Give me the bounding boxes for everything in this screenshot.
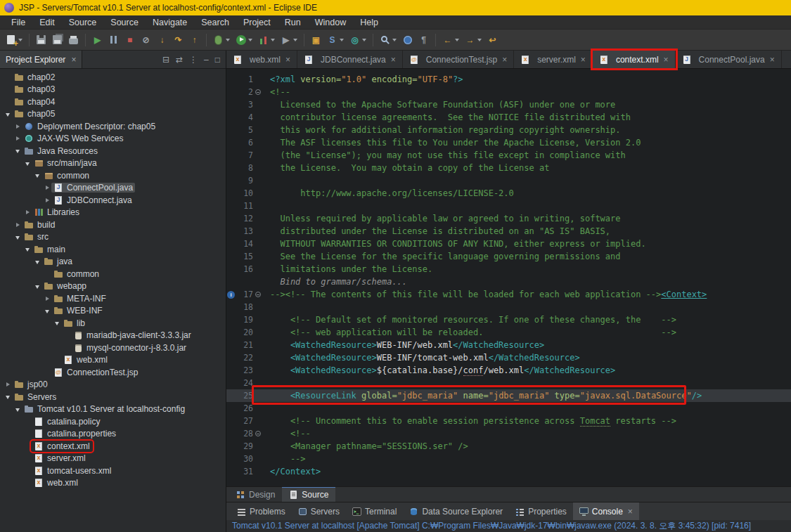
code-text[interactable]: the License. You may obtain a copy of th… bbox=[263, 163, 549, 173]
fold-collapse-icon[interactable] bbox=[255, 89, 261, 95]
close-tab-icon[interactable]: × bbox=[770, 55, 775, 65]
new-java-project-button[interactable]: ▣ bbox=[308, 32, 324, 48]
gutter[interactable]: 3 bbox=[226, 98, 263, 111]
collapse-arrow-icon[interactable] bbox=[24, 243, 32, 255]
resume-button[interactable]: ▶ bbox=[89, 32, 105, 48]
debug-button[interactable] bbox=[210, 32, 233, 48]
gutter[interactable]: 26 bbox=[226, 402, 263, 415]
code-line-31[interactable]: 31</Context> bbox=[226, 465, 791, 478]
code-line-11[interactable]: 11 bbox=[226, 200, 791, 212]
code-line-1[interactable]: 1<?xml version="1.0" encoding="UTF-8"?> bbox=[226, 73, 791, 86]
menu-window[interactable]: Window bbox=[308, 15, 353, 29]
tree-item-web-xml[interactable]: web.xml bbox=[0, 477, 226, 490]
gutter[interactable]: 7 bbox=[226, 149, 263, 162]
code-text[interactable]: Bind to grammar/schema... bbox=[263, 277, 407, 287]
code-text[interactable]: The ASF licenses this file to You under … bbox=[263, 138, 641, 148]
code-line-8[interactable]: 8 the License. You may obtain a copy of … bbox=[226, 162, 791, 174]
collapse-arrow-icon[interactable] bbox=[24, 157, 32, 169]
expand-arrow-icon[interactable] bbox=[14, 133, 22, 145]
code-text[interactable]: http://www.apache.org/licenses/LICENSE-2… bbox=[263, 188, 514, 198]
dropdown-arrow-icon[interactable] bbox=[455, 39, 459, 41]
tree-item-connectiontest-jsp[interactable]: ConnectionTest.jsp bbox=[0, 366, 226, 379]
code-text[interactable]: </Context> bbox=[263, 467, 321, 476]
code-line-14[interactable]: 14 WITHOUT WARRANTIES OR CONDITIONS OF A… bbox=[226, 238, 791, 250]
tree-item-catalina-properties[interactable]: catalina.properties bbox=[0, 428, 226, 441]
tree-item-src[interactable]: src bbox=[0, 231, 226, 244]
run-button[interactable] bbox=[233, 32, 255, 48]
tree-item-main[interactable]: main bbox=[0, 243, 226, 256]
gutter[interactable]: 18 bbox=[226, 301, 263, 313]
tree-item-connectpool-java[interactable]: ConnectPool.java bbox=[0, 182, 226, 195]
code-line-20[interactable]: 20 <!-- web application will be reloaded… bbox=[226, 326, 791, 339]
suspend-button[interactable] bbox=[105, 32, 122, 48]
tree-item-build[interactable]: build bbox=[0, 219, 226, 231]
step-return-button[interactable]: ↑ bbox=[186, 32, 202, 48]
editor-tab-connectpool-java[interactable]: ConnectPool.java× bbox=[676, 51, 782, 68]
last-edit-location-button[interactable]: ↩ bbox=[484, 32, 501, 48]
code-line-18[interactable]: 18 bbox=[226, 301, 791, 313]
code-line-17[interactable]: i17--><!-- The contents of this file wil… bbox=[226, 288, 791, 301]
info-marker-icon[interactable]: i bbox=[227, 291, 235, 299]
code-text[interactable]: <Manager pathname="SESSIONS.ser" /> bbox=[263, 441, 468, 451]
editor-tab-web-xml[interactable]: web.xml× bbox=[226, 51, 297, 68]
code-line-7[interactable]: 7 (the "License"); you may not use this … bbox=[226, 149, 791, 162]
code-line-28[interactable]: 28 <!-- bbox=[226, 427, 791, 440]
code-text[interactable]: WITHOUT WARRANTIES OR CONDITIONS OF ANY … bbox=[263, 239, 646, 249]
gutter[interactable]: 4 bbox=[226, 111, 263, 124]
tree-item-tomcat-v10-1-server-at-localhost-config[interactable]: Tomcat v10.1 Server at localhost-config bbox=[0, 403, 226, 416]
dropdown-arrow-icon[interactable] bbox=[362, 39, 366, 41]
tree-item-catalina-policy[interactable]: catalina.policy bbox=[0, 415, 226, 428]
create-servlet-button[interactable]: S bbox=[324, 32, 347, 48]
code-line-10[interactable]: 10 http://www.apache.org/licenses/LICENS… bbox=[226, 187, 791, 200]
tree-item-jsp00[interactable]: jsp00 bbox=[0, 379, 226, 391]
code-editor[interactable]: 1<?xml version="1.0" encoding="UTF-8"?>2… bbox=[226, 69, 791, 486]
code-text[interactable]: --><!-- The contents of this file will b… bbox=[263, 290, 707, 299]
code-line-26[interactable]: 26 bbox=[226, 402, 791, 415]
collapse-all-icon[interactable]: ⊟ bbox=[162, 55, 169, 65]
save-all-button[interactable] bbox=[49, 32, 65, 48]
tree-item-src-main-java[interactable]: src/main/java bbox=[0, 157, 226, 170]
coverage-button[interactable] bbox=[255, 32, 278, 48]
collapse-arrow-icon[interactable] bbox=[4, 391, 12, 403]
tree-item-webapp[interactable]: webapp bbox=[0, 280, 226, 293]
new-wizard-button[interactable] bbox=[3, 32, 25, 48]
gutter[interactable]: 29 bbox=[226, 440, 263, 453]
gutter[interactable]: 13 bbox=[226, 225, 263, 238]
open-web-browser-button[interactable] bbox=[399, 32, 416, 48]
collapse-arrow-icon[interactable] bbox=[14, 145, 22, 157]
collapse-arrow-icon[interactable] bbox=[34, 169, 41, 181]
expand-arrow-icon[interactable] bbox=[4, 379, 12, 391]
code-text[interactable]: Licensed to the Apache Software Foundati… bbox=[263, 100, 615, 110]
code-text[interactable]: <!-- bbox=[263, 429, 311, 439]
step-over-button[interactable]: ↷ bbox=[170, 32, 186, 48]
close-tab-icon[interactable]: × bbox=[391, 55, 396, 65]
print-button[interactable] bbox=[65, 32, 82, 48]
menu-edit[interactable]: Edit bbox=[32, 15, 62, 29]
tree-item-web-inf[interactable]: WEB-INF bbox=[0, 305, 226, 318]
gutter[interactable]: 19 bbox=[226, 313, 263, 326]
show-annotations-button[interactable]: ¶ bbox=[416, 32, 432, 48]
subtab-design[interactable]: Design bbox=[229, 487, 282, 502]
panel-tab-data-source-explorer[interactable]: Data Source Explorer bbox=[403, 502, 509, 520]
collapse-arrow-icon[interactable] bbox=[44, 305, 51, 317]
gutter[interactable]: 14 bbox=[226, 238, 263, 250]
panel-tab-problems[interactable]: Problems bbox=[231, 502, 292, 520]
tree-item-web-xml[interactable]: web.xml bbox=[0, 354, 226, 367]
tree-item-context-xml[interactable]: context.xml bbox=[0, 440, 226, 453]
gutter[interactable]: 1 bbox=[226, 73, 263, 86]
gutter[interactable]: 25 bbox=[226, 389, 263, 402]
code-text[interactable]: <!-- Uncomment this to enable session pe… bbox=[263, 416, 676, 426]
menu-source[interactable]: Source bbox=[103, 15, 146, 29]
gutter[interactable]: i17 bbox=[226, 288, 263, 301]
tree-item-tomcat-users-xml[interactable]: tomcat-users.xml bbox=[0, 465, 226, 477]
view-menu-icon[interactable]: ⋮ bbox=[189, 55, 198, 65]
code-line-22[interactable]: 22 <WatchedResource>WEB-INF/tomcat-web.x… bbox=[226, 351, 791, 364]
close-view-icon[interactable]: × bbox=[71, 55, 76, 65]
panel-tab-properties[interactable]: Properties bbox=[509, 502, 573, 520]
expand-arrow-icon[interactable] bbox=[14, 120, 22, 132]
gutter[interactable]: 8 bbox=[226, 162, 263, 174]
code-hint-line[interactable]: Bind to grammar/schema... bbox=[226, 275, 791, 288]
dropdown-arrow-icon[interactable] bbox=[271, 39, 275, 41]
project-explorer-view-tab[interactable]: Project Explorer × bbox=[0, 51, 82, 68]
dropdown-arrow-icon[interactable] bbox=[248, 39, 252, 41]
